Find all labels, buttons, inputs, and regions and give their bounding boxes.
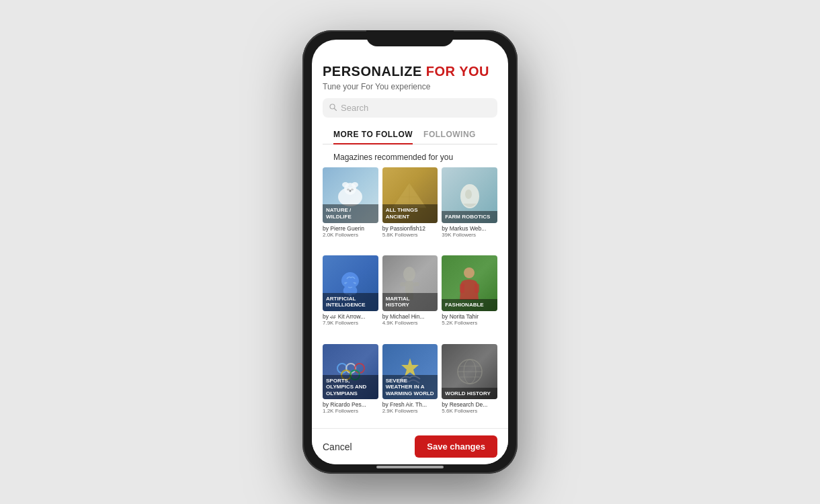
- svg-point-6: [347, 188, 350, 190]
- mag-author-ancient: by Passionfish12: [382, 225, 438, 232]
- svg-rect-18: [413, 282, 419, 286]
- svg-rect-16: [405, 281, 413, 293]
- title-row: PERSONALIZE FOR YOU: [323, 64, 497, 79]
- magazine-thumb-farm: FARM ROBOTICS: [442, 167, 497, 223]
- svg-rect-23: [475, 284, 479, 293]
- tab-following[interactable]: FOLLOWING: [423, 126, 476, 144]
- magazines-grid: NATURE / WILDLIFE by Pierre Guerin 2.0K …: [312, 167, 508, 428]
- title-personalize: PERSONALIZE: [323, 64, 422, 79]
- svg-point-0: [330, 104, 335, 109]
- home-indicator: [376, 466, 444, 468]
- magazine-thumb-fashion: FASHIONABLE: [442, 255, 497, 311]
- mag-title-fashion: FASHIONABLE: [445, 302, 494, 308]
- save-changes-button[interactable]: Save changes: [415, 435, 497, 458]
- mag-title-nature: NATURE / WILDLIFE: [326, 207, 375, 220]
- mag-info-ai: by 🏎 Kit Arrow... 7.9K Followers: [323, 313, 378, 326]
- magazine-thumb-sports: SPORTS, OLYMPICS AND OLYMPIANS: [323, 344, 378, 400]
- list-item[interactable]: ARTIFICIAL INTELLIGENCE by 🏎 Kit Arrow..…: [323, 255, 378, 339]
- magazine-thumb-nature: NATURE / WILDLIFE: [323, 167, 378, 223]
- mag-followers-fashion: 5.2K Followers: [442, 320, 497, 326]
- mag-author-ai: by 🏎 Kit Arrow...: [323, 313, 378, 320]
- mag-author-history: by Research De...: [442, 401, 497, 408]
- list-item[interactable]: FARM ROBOTICS by Markus Web... 39K Follo…: [442, 167, 497, 251]
- mag-info-ancient: by Passionfish12 5.8K Followers: [382, 225, 438, 238]
- mag-followers-ai: 7.9K Followers: [323, 320, 378, 326]
- header-section: PERSONALIZE FOR YOU Tune your For You ex…: [312, 58, 508, 167]
- search-bar[interactable]: Search: [323, 98, 497, 118]
- mag-followers-weather: 2.9K Followers: [382, 408, 438, 414]
- mag-info-farm: by Markus Web... 39K Followers: [442, 225, 497, 238]
- mag-author-weather: by Fresh Air. Th...: [382, 401, 438, 408]
- magazine-thumb-ancient: ALL THINGS ANCIENT: [382, 167, 438, 223]
- search-icon: [329, 103, 337, 112]
- svg-rect-17: [400, 282, 406, 286]
- mag-followers-farm: 39K Followers: [442, 232, 497, 238]
- mag-info-history: by Research De... 5.6K Followers: [442, 401, 497, 414]
- svg-point-8: [349, 190, 351, 192]
- svg-point-4: [342, 182, 349, 187]
- mag-author-fashion: by Norita Tahir: [442, 313, 497, 320]
- mag-info-martial: by Michael Hin... 4.9K Followers: [382, 313, 438, 326]
- mag-info-sports: by Ricardo Pes... 1.2K Followers: [323, 401, 378, 414]
- section-label: Magazines recommended for you: [323, 150, 497, 167]
- svg-point-5: [352, 182, 358, 187]
- mag-followers-sports: 1.2K Followers: [323, 408, 378, 414]
- svg-point-7: [351, 188, 354, 190]
- mag-author-martial: by Michael Hin...: [382, 313, 438, 320]
- svg-point-26: [355, 364, 364, 373]
- mag-followers-nature: 2.0K Followers: [323, 232, 378, 238]
- subtitle: Tune your For You experience: [323, 82, 497, 91]
- mag-title-sports: SPORTS, OLYMPICS AND OLYMPIANS: [326, 378, 375, 397]
- list-item[interactable]: SPORTS, OLYMPICS AND OLYMPIANS by Ricard…: [323, 344, 378, 428]
- mag-info-weather: by Fresh Air. Th... 2.9K Followers: [382, 401, 438, 414]
- mag-author-nature: by Pierre Guerin: [323, 225, 378, 232]
- mag-followers-history: 5.6K Followers: [442, 408, 497, 414]
- svg-point-14: [465, 190, 472, 199]
- mag-info-nature: by Pierre Guerin 2.0K Followers: [323, 225, 378, 238]
- magazine-thumb-ai: ARTIFICIAL INTELLIGENCE: [323, 255, 378, 311]
- mag-followers-ancient: 5.8K Followers: [382, 232, 438, 238]
- bottom-bar: Cancel Save changes: [312, 428, 508, 464]
- tabs-row: MORE TO FOLLOW FOLLOWING: [323, 126, 497, 144]
- list-item[interactable]: MARTIAL HISTORY by Michael Hin... 4.9K F…: [382, 255, 438, 339]
- list-item[interactable]: FASHIONABLE by Norita Tahir 5.2K Followe…: [442, 255, 497, 339]
- svg-rect-22: [460, 284, 464, 293]
- svg-point-21: [464, 267, 475, 278]
- cancel-button[interactable]: Cancel: [323, 442, 352, 452]
- mag-title-weather: SEVERE WEATHER IN A WARMING WORLD: [386, 378, 435, 397]
- mag-title-martial: MARTIAL HISTORY: [386, 296, 435, 308]
- mag-author-sports: by Ricardo Pes...: [323, 401, 378, 408]
- phone-notch: [366, 30, 454, 46]
- magazine-thumb-history: WORLD HISTORY: [442, 344, 497, 400]
- svg-point-15: [403, 267, 415, 282]
- mag-title-history: WORLD HISTORY: [445, 390, 494, 397]
- phone-device: PERSONALIZE FOR YOU Tune your For You ex…: [302, 30, 518, 474]
- mag-title-ai: ARTIFICIAL INTELLIGENCE: [326, 296, 375, 308]
- tab-more-to-follow[interactable]: MORE TO FOLLOW: [333, 126, 413, 144]
- mag-title-ancient: ALL THINGS ANCIENT: [386, 207, 435, 220]
- mag-info-fashion: by Norita Tahir 5.2K Followers: [442, 313, 497, 326]
- screen-content: PERSONALIZE FOR YOU Tune your For You ex…: [312, 40, 508, 464]
- search-placeholder: Search: [341, 103, 368, 113]
- magazine-thumb-martial: MARTIAL HISTORY: [382, 255, 438, 311]
- list-item[interactable]: SEVERE WEATHER IN A WARMING WORLD by Fre…: [382, 344, 438, 428]
- magazine-thumb-weather: SEVERE WEATHER IN A WARMING WORLD: [382, 344, 438, 400]
- phone-screen: PERSONALIZE FOR YOU Tune your For You ex…: [312, 40, 508, 464]
- mag-title-farm: FARM ROBOTICS: [445, 214, 494, 220]
- svg-line-1: [335, 109, 337, 111]
- list-item[interactable]: ALL THINGS ANCIENT by Passionfish12 5.8K…: [382, 167, 438, 251]
- list-item[interactable]: NATURE / WILDLIFE by Pierre Guerin 2.0K …: [323, 167, 378, 251]
- title-for-you: FOR YOU: [426, 64, 489, 79]
- list-item[interactable]: WORLD HISTORY by Research De... 5.6K Fol…: [442, 344, 497, 428]
- mag-followers-martial: 4.9K Followers: [382, 320, 438, 326]
- mag-author-farm: by Markus Web...: [442, 225, 497, 232]
